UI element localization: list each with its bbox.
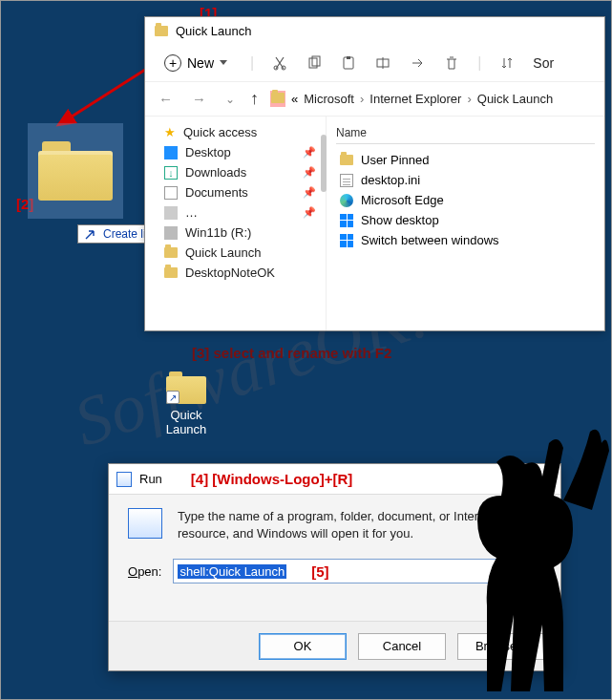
breadcrumb-item[interactable]: Quick Launch [477, 92, 554, 106]
new-button[interactable]: + New [158, 52, 233, 74]
breadcrumb-pre: « [291, 92, 298, 106]
nav-win11b[interactable]: Win11b (R:) [145, 223, 326, 243]
delete-icon[interactable] [443, 54, 460, 72]
drive-icon [164, 226, 178, 240]
file-row[interactable]: User Pinned [336, 150, 595, 170]
nav-quick-access[interactable]: ★Quick access [145, 122, 326, 142]
run-large-icon [128, 508, 162, 539]
nav-label: Quick access [183, 125, 257, 139]
shortcut-label: Quick Launch [152, 408, 221, 436]
close-button[interactable]: ✕ [518, 466, 553, 493]
run-buttonrow: OK Cancel Browse... [109, 621, 560, 670]
breadcrumb-item[interactable]: Internet Explorer [369, 92, 461, 106]
folder-icon [164, 247, 178, 258]
run-body: Type the name of a program, folder, docu… [109, 495, 560, 621]
forward-button[interactable]: → [188, 89, 210, 109]
chevron-down-icon [220, 60, 227, 65]
nav-label: DesktopNoteOK [185, 265, 275, 280]
pin-icon: 📌 [303, 146, 316, 159]
breadcrumb-item[interactable]: Microsoft [304, 92, 354, 106]
explorer-navpane: ★Quick access Desktop📌 ↓Downloads📌 Docum… [145, 117, 327, 330]
open-input[interactable]: shell:Quick Launch [5] [173, 559, 541, 583]
nav-label: Downloads [185, 165, 246, 180]
nav-desktopnoteok[interactable]: DesktopNoteOK [145, 263, 326, 283]
file-row[interactable]: Microsoft Edge [336, 190, 595, 210]
folder-icon: ↗ [166, 371, 206, 404]
rename-icon[interactable] [374, 54, 391, 72]
downloads-icon: ↓ [164, 166, 178, 180]
folder-icon [270, 91, 285, 107]
run-message: Type the name of a program, folder, docu… [178, 508, 541, 541]
column-header-name[interactable]: Name [336, 122, 595, 144]
run-title-text: Run [139, 472, 162, 486]
nav-label: Win11b (R:) [185, 225, 251, 240]
pin-icon: 📌 [303, 166, 316, 179]
annotation-4: [4] [Windows-Logo]+[R] [191, 471, 352, 487]
nav-label: Quick Launch [185, 245, 262, 260]
cut-icon[interactable] [271, 54, 288, 72]
share-icon[interactable] [409, 54, 426, 72]
folder-icon [340, 155, 353, 165]
breadcrumb[interactable]: « Microsoft › Internet Explorer › Quick … [270, 91, 553, 107]
ini-file-icon [340, 174, 353, 187]
chevron-right-icon: › [467, 92, 471, 106]
nav-item[interactable]: …📌 [145, 202, 326, 223]
run-icon [116, 472, 132, 487]
cancel-button[interactable]: Cancel [358, 633, 446, 660]
explorer-addressbar: ← → ⌄ ↑ « Microsoft › Internet Explorer … [145, 82, 604, 117]
folder-icon [155, 26, 168, 36]
up-button[interactable]: ↑ [250, 89, 259, 109]
browse-button[interactable]: Browse... [457, 633, 545, 660]
plus-icon: + [164, 54, 181, 72]
folder-icon [164, 267, 178, 278]
pin-icon: 📌 [303, 206, 316, 219]
annotation-3: [3] select and rename with F2 [192, 345, 391, 361]
documents-icon [164, 186, 178, 200]
showdesktop-icon [340, 214, 353, 227]
desktop-icon [164, 146, 178, 159]
file-name: User Pinned [361, 153, 430, 167]
file-name: Switch between windows [361, 233, 499, 247]
sort-icon[interactable] [498, 54, 516, 72]
nav-desktop[interactable]: Desktop📌 [145, 142, 326, 162]
generic-icon [164, 206, 178, 220]
explorer-window: Quick Launch + New | | Sor ← → ⌄ ↑ « Mic… [144, 16, 605, 331]
separator: | [477, 54, 481, 72]
nav-quicklaunch[interactable]: Quick Launch [145, 243, 326, 263]
folder-icon [38, 141, 113, 201]
explorer-body: ★Quick access Desktop📌 ↓Downloads📌 Docum… [145, 117, 604, 330]
run-titlebar[interactable]: Run [4] [Windows-Logo]+[R] ✕ [109, 464, 560, 495]
file-name: Show desktop [361, 213, 439, 227]
back-button[interactable]: ← [155, 89, 177, 109]
desktop-drop-target[interactable] [28, 123, 123, 219]
file-row[interactable]: Switch between windows [336, 230, 595, 250]
desktop-shortcut[interactable]: ↗ Quick Launch [152, 371, 221, 436]
window-title: Quick Launch [176, 24, 252, 38]
annotation-5: [5] [311, 563, 328, 580]
open-label: Open: [128, 564, 161, 579]
history-chevron-icon[interactable]: ⌄ [222, 91, 239, 108]
file-name: Microsoft Edge [361, 193, 444, 207]
nav-downloads[interactable]: ↓Downloads📌 [145, 162, 326, 182]
file-name: desktop.ini [361, 173, 420, 187]
pin-icon: 📌 [303, 186, 316, 199]
explorer-filelist: Name User Pinned desktop.ini Microsoft E… [327, 117, 604, 330]
nav-label: Desktop [185, 145, 231, 159]
scrollbar[interactable] [321, 135, 327, 192]
nav-label: … [185, 205, 198, 220]
sort-label[interactable]: Sor [533, 55, 554, 71]
svg-rect-7 [347, 56, 350, 59]
paste-icon[interactable] [340, 54, 357, 72]
chevron-right-icon: › [360, 92, 364, 106]
explorer-titlebar[interactable]: Quick Launch [145, 17, 604, 44]
file-row[interactable]: Show desktop [336, 210, 595, 230]
star-icon: ★ [164, 125, 176, 139]
ok-button[interactable]: OK [259, 633, 347, 660]
open-input-value: shell:Quick Launch [178, 564, 286, 579]
copy-icon[interactable] [306, 54, 323, 72]
nav-documents[interactable]: Documents📌 [145, 182, 326, 202]
file-row[interactable]: desktop.ini [336, 170, 595, 190]
shortcut-overlay-icon: ↗ [166, 391, 179, 404]
separator: | [250, 54, 254, 72]
switchwindows-icon [340, 234, 353, 247]
